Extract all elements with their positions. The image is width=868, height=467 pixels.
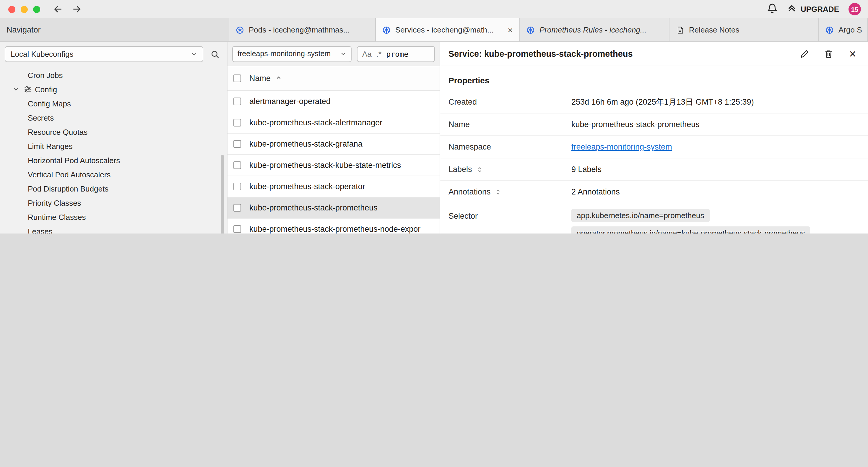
close-icon[interactable]: × — [845, 47, 860, 61]
chevron-down-icon — [340, 51, 346, 57]
sidebar-item-label: Resource Quotas — [28, 127, 88, 136]
chevron-down-icon — [191, 51, 197, 57]
close-window-button[interactable] — [8, 6, 16, 13]
sidebar-item-label: Vertical Pod Autoscalers — [28, 170, 111, 179]
namespace-filter[interactable]: freeleaps-monitoring-system — [232, 46, 351, 62]
sidebar-item-config[interactable]: Config — [0, 82, 227, 96]
tab-label: Release Notes — [689, 25, 740, 34]
window-tabs: Pods - icecheng@mathmas...Services - ice… — [229, 18, 868, 41]
row-name: kube-prometheus-stack-operator — [249, 182, 365, 191]
row-name: kube-prometheus-stack-grafana — [249, 140, 363, 148]
chevron-down-icon[interactable] — [13, 86, 24, 92]
sidebar-item-cron-jobs[interactable]: Cron Jobs — [0, 68, 227, 82]
table-row[interactable]: kube-prometheus-stack-prometheus — [227, 198, 440, 219]
maximize-window-button[interactable] — [33, 6, 40, 13]
sidebar-item-runtime-classes[interactable]: Runtime Classes — [0, 210, 227, 224]
kubeconfig-selector[interactable]: Local Kubeconfigs — [5, 46, 203, 62]
upgrade-button[interactable]: UPGRADE — [787, 4, 839, 15]
sidebar-item-config-maps[interactable]: Config Maps — [0, 96, 227, 111]
navigator-sidebar: Local Kubeconfigs Cron JobsConfigConfig … — [0, 42, 227, 233]
row-checkbox[interactable] — [234, 162, 241, 169]
property-label: Annotations — [448, 187, 571, 196]
kubernetes-icon — [382, 26, 391, 34]
forward-icon[interactable] — [71, 4, 82, 14]
property-value: kube-prometheus-stack-prometheus — [571, 120, 700, 129]
back-icon[interactable] — [53, 4, 63, 14]
sidebar-item-label: Limit Ranges — [28, 142, 73, 150]
row-checkbox[interactable] — [234, 183, 241, 191]
table-row[interactable]: kube-prometheus-stack-prometheus-node-ex… — [227, 219, 440, 233]
sidebar-item-label: Config — [35, 85, 57, 94]
config-icon — [24, 85, 35, 93]
tab-release-notes[interactable]: Release Notes — [670, 18, 819, 41]
sidebar-item-pod-disruption-budgets[interactable]: Pod Disruption Budgets — [0, 181, 227, 196]
property-value: 253d 16h 6m ago (2025年1月13日 GMT+8 1:25:3… — [571, 97, 754, 107]
table-row[interactable]: alertmanager-operated — [227, 91, 440, 112]
row-name: kube-prometheus-stack-prometheus — [249, 203, 378, 212]
match-case-toggle[interactable]: Aa — [362, 49, 372, 58]
sidebar-item-label: Config Maps — [28, 99, 71, 108]
property-label-text: Namespace — [448, 143, 491, 151]
row-checkbox[interactable] — [234, 204, 241, 212]
notification-badge[interactable]: 15 — [848, 3, 861, 16]
sidebar-item-secrets[interactable]: Secrets — [0, 111, 227, 125]
section-heading: Properties — [440, 66, 868, 91]
namespace-link[interactable]: freeleaps-monitoring-system — [571, 143, 672, 151]
sort-icon[interactable] — [495, 188, 502, 195]
list-header: Name — [227, 66, 440, 91]
property-row-selector: Selectorapp.kubernetes.io/name=prometheu… — [440, 203, 868, 233]
tab-argo-s[interactable]: Argo S — [819, 18, 868, 41]
row-checkbox[interactable] — [234, 119, 241, 126]
property-label-text: Annotations — [448, 187, 491, 196]
row-checkbox[interactable] — [234, 97, 241, 105]
property-row-labels: Labels9 Labels — [440, 158, 868, 181]
sidebar-item-limit-ranges[interactable]: Limit Ranges — [0, 139, 227, 153]
row-checkbox[interactable] — [234, 140, 241, 148]
navigator-tree: Cron JobsConfigConfig MapsSecretsResourc… — [0, 68, 227, 233]
row-checkbox[interactable] — [234, 225, 241, 233]
tab-label: Services - icecheng@math... — [395, 25, 494, 34]
detail-body: PropertiesCreated253d 16h 6m ago (2025年1… — [440, 66, 868, 233]
sidebar-item-horizontal-pod-autoscalers[interactable]: Horizontal Pod Autoscalers — [0, 153, 227, 167]
tab-prometheus-rules-icecheng[interactable]: Prometheus Rules - icecheng... — [520, 18, 670, 41]
detail-title: Service: kube-prometheus-stack-prometheu… — [448, 49, 633, 59]
regex-toggle[interactable]: .* — [376, 49, 381, 58]
resource-detail-panel: Service: kube-prometheus-stack-prometheu… — [440, 42, 868, 233]
table-row[interactable]: kube-prometheus-stack-grafana — [227, 134, 440, 155]
sidebar-item-priority-classes[interactable]: Priority Classes — [0, 196, 227, 210]
sidebar-search-icon[interactable] — [208, 47, 222, 61]
traffic-lights — [8, 6, 40, 13]
sidebar-item-resource-quotas[interactable]: Resource Quotas — [0, 125, 227, 139]
resource-list-pane: freeleaps-monitoring-system Aa .* prome … — [227, 42, 440, 233]
close-tab-icon[interactable]: × — [503, 25, 513, 35]
kubernetes-icon — [526, 26, 535, 34]
edit-icon[interactable] — [797, 47, 811, 61]
sidebar-item-vertical-pod-autoscalers[interactable]: Vertical Pod Autoscalers — [0, 167, 227, 181]
minimize-window-button[interactable] — [21, 6, 28, 13]
resource-rows: alertmanager-operatedkube-prometheus-sta… — [227, 91, 440, 233]
table-row[interactable]: kube-prometheus-stack-kube-state-metrics — [227, 155, 440, 176]
tab-pods-icecheng-mathmas[interactable]: Pods - icecheng@mathmas... — [229, 18, 376, 41]
bell-icon[interactable] — [767, 3, 778, 16]
select-all-checkbox[interactable] — [234, 75, 241, 82]
sort-icon[interactable] — [476, 166, 483, 173]
app-window: UPGRADE 15 Navigator Pods - icecheng@mat… — [0, 0, 868, 233]
window-titlebar: UPGRADE 15 — [0, 0, 868, 18]
sidebar-scrollbar[interactable] — [221, 155, 224, 233]
value-chip: operator.prometheus.io/name=kube-prometh… — [571, 226, 810, 233]
sidebar-item-label: Runtime Classes — [28, 212, 86, 222]
tab-services-icecheng-math[interactable]: Services - icecheng@math...× — [376, 18, 520, 41]
resource-search-input[interactable]: Aa .* prome — [357, 46, 435, 62]
table-row[interactable]: kube-prometheus-stack-alertmanager — [227, 112, 440, 134]
trash-icon[interactable] — [821, 47, 836, 61]
property-label: Created — [448, 97, 571, 107]
table-row[interactable]: kube-prometheus-stack-operator — [227, 176, 440, 198]
sidebar-item-leases[interactable]: Leases — [0, 224, 227, 233]
property-value: 2 Annotations — [571, 187, 620, 196]
upgrade-label: UPGRADE — [801, 5, 839, 13]
sidebar-item-label: Priority Classes — [28, 198, 81, 207]
chip-list: app.kubernetes.io/name=prometheusoperato… — [571, 209, 810, 233]
property-label-text: Name — [448, 120, 470, 129]
row-name: kube-prometheus-stack-kube-state-metrics — [249, 161, 401, 170]
name-column-header[interactable]: Name — [249, 74, 282, 83]
